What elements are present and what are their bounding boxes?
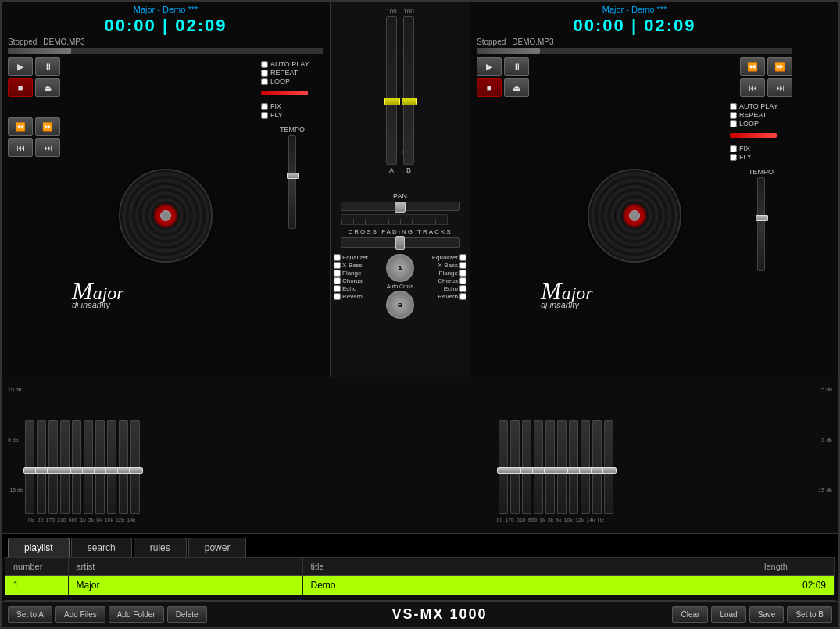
crossfade-thumb[interactable] [395, 236, 405, 250]
fx-r-xbass-check[interactable] [459, 262, 466, 269]
bottom-toolbar: Set to A Add Files Add Folder Delete VS-… [2, 601, 838, 627]
fx-r-echo[interactable]: Echo [444, 285, 466, 292]
vol-b-knob[interactable] [402, 98, 417, 105]
deck-b-loop-label[interactable]: LOOP [730, 120, 792, 127]
fx-l-flange-check[interactable] [334, 270, 341, 277]
vol-b-section: 100 B [403, 8, 414, 174]
deck-b-status: Stopped [477, 38, 506, 46]
table-row[interactable]: 1 Major Demo 02:09 [5, 576, 835, 595]
set-to-b-button[interactable]: Set to B [787, 606, 832, 623]
fx-l-reverb[interactable]: Reverb [334, 293, 380, 300]
deck-a-loop-label[interactable]: LOOP [261, 77, 323, 85]
fx-l-flange[interactable]: Flange [334, 270, 380, 277]
deck-b-play-btn[interactable]: ▶ [477, 57, 502, 76]
add-folder-button[interactable]: Add Folder [109, 606, 164, 623]
fx-r-flange[interactable]: Flange [439, 270, 466, 277]
fx-r-reverb[interactable]: Reverb [438, 293, 466, 300]
deck-b-ffwd-btn[interactable]: ⏩ [767, 57, 792, 76]
deck-b-autoplay-label[interactable]: AUTO PLAY [730, 102, 792, 110]
tab-playlist[interactable]: playlist [8, 538, 70, 557]
deck-a-fly-label[interactable]: FLY [261, 111, 323, 119]
deck-a-fix-label[interactable]: FIX [261, 102, 323, 110]
deck-b-autoplay-check[interactable] [730, 103, 737, 110]
deck-a-tempo-slider[interactable] [288, 135, 296, 229]
fx-l-reverb-check[interactable] [334, 293, 341, 300]
deck-b-repeat-label[interactable]: REPEAT [730, 111, 792, 119]
fx-l-eq-check[interactable] [334, 254, 341, 261]
fx-l-xbass-check[interactable] [334, 262, 341, 269]
fx-r-reverb-check[interactable] [459, 293, 466, 300]
set-to-a-button[interactable]: Set to A [8, 606, 52, 623]
deck-a-ffwd-btn[interactable]: ⏩ [35, 117, 60, 136]
save-button[interactable]: Save [749, 606, 785, 623]
eq-bar-b-1 [510, 420, 520, 514]
fx-l-echo-check[interactable] [334, 285, 341, 292]
deck-a-options2: FIX FLY [261, 102, 323, 119]
deck-a-progress-bar[interactable] [8, 48, 323, 54]
delete-button[interactable]: Delete [167, 606, 207, 623]
fx-r-chorus-check[interactable] [459, 277, 466, 284]
deck-b-tempo-slider[interactable] [757, 177, 765, 271]
deck-b-vinyl [588, 169, 681, 263]
fx-l-chorus[interactable]: Chorus [334, 277, 380, 284]
deck-a-stop-btn[interactable]: ■ [8, 78, 33, 97]
deck-b-vinyl-container: Major dj insanity [542, 57, 727, 373]
deck-b-pause-btn[interactable]: ⏸ [504, 57, 529, 76]
crossfade-track[interactable] [341, 237, 460, 248]
tab-power[interactable]: power [188, 538, 247, 557]
fx-l-chorus-check[interactable] [334, 277, 341, 284]
deck-b-next-btn[interactable]: ⏭ [767, 78, 792, 97]
load-button[interactable]: Load [711, 606, 745, 623]
deck-b-repeat-check[interactable] [730, 112, 737, 119]
clear-button[interactable]: Clear [672, 606, 708, 623]
deck-a-fix-check[interactable] [261, 103, 268, 110]
deck-a-tempo-knob[interactable] [287, 173, 299, 179]
deck-b-progress-bar[interactable] [477, 48, 792, 54]
crossfade-label: CROSS FADING TRACKS [349, 228, 452, 235]
deck-a-status-row: Stopped DEMO.MP3 [8, 38, 323, 46]
auto-cross-b-btn[interactable]: B [386, 291, 414, 319]
pan-thumb[interactable] [395, 202, 406, 213]
deck-b-loop-check[interactable] [730, 120, 737, 127]
deck-b-eject-btn[interactable]: ⏏ [504, 78, 529, 97]
pan-track[interactable] [341, 202, 460, 211]
vol-b-fader[interactable] [403, 16, 414, 165]
tab-search[interactable]: search [71, 538, 132, 557]
deck-b-prev-btn[interactable]: ⏮ [740, 78, 765, 97]
fx-l-eq[interactable]: Equalizer [334, 254, 380, 261]
deck-b-fly-check[interactable] [730, 154, 737, 161]
deck-a-fly-check[interactable] [261, 112, 268, 119]
deck-a-autoplay-check[interactable] [261, 61, 268, 68]
fx-r-xbass[interactable]: X-Bass [438, 262, 466, 269]
deck-b-fly-label[interactable]: FLY [730, 153, 792, 161]
fx-r-eq[interactable]: Equalizer [432, 254, 466, 261]
add-files-button[interactable]: Add Files [55, 606, 105, 623]
fx-l-xbass[interactable]: X-Bass [334, 262, 380, 269]
deck-a-autoplay-label[interactable]: AUTO PLAY [261, 60, 323, 68]
fx-r-chorus[interactable]: Chorus [438, 277, 466, 284]
deck-a-loop-check[interactable] [261, 78, 268, 85]
deck-b-fix-label[interactable]: FIX [730, 145, 792, 152]
auto-cross-a-btn[interactable]: A [386, 254, 414, 282]
deck-b-fix-check[interactable] [730, 145, 737, 152]
deck-b-tempo-knob[interactable] [756, 215, 768, 221]
deck-a-main: ▶ ⏸ ■ ⏏ ⏪ ⏩ ⏮ ⏭ [8, 57, 323, 373]
vol-a-fader[interactable]: 50 0 [386, 16, 397, 165]
eq-a-db-labels: 15 db 0 db -15 db [8, 384, 23, 493]
deck-a-rwnd-btn[interactable]: ⏪ [8, 117, 33, 136]
deck-b-stop-btn[interactable]: ■ [477, 78, 502, 97]
deck-a-repeat-label[interactable]: REPEAT [261, 69, 323, 77]
deck-a-prev-btn[interactable]: ⏮ [8, 138, 33, 157]
deck-b-rwnd-btn[interactable]: ⏪ [740, 57, 765, 76]
deck-a-play-btn[interactable]: ▶ [8, 57, 33, 76]
deck-a-repeat-check[interactable] [261, 70, 268, 77]
fx-r-eq-check[interactable] [459, 254, 466, 261]
fx-r-flange-check[interactable] [459, 270, 466, 277]
fx-r-echo-check[interactable] [459, 285, 466, 292]
deck-a-eject-btn[interactable]: ⏏ [35, 78, 60, 97]
deck-a-pause-btn[interactable]: ⏸ [35, 57, 60, 76]
tab-rules[interactable]: rules [134, 538, 187, 557]
fx-l-echo[interactable]: Echo [334, 285, 380, 292]
deck-a-next-btn[interactable]: ⏭ [35, 138, 60, 157]
eq-bar-a-3 [60, 420, 70, 514]
